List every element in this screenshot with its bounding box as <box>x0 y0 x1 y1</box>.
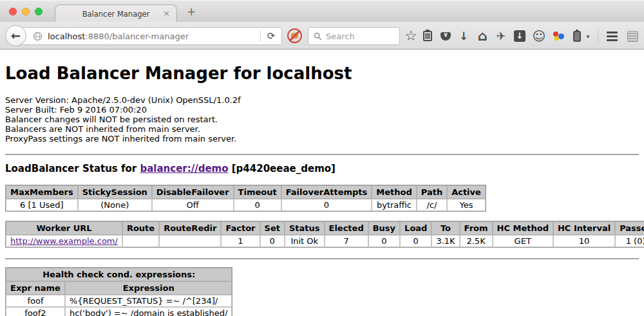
column-header: To <box>431 221 459 235</box>
downloads-icon[interactable]: ↓ <box>455 27 473 45</box>
table-cell: %{REQUEST_STATUS} =~ /^[234]/ <box>65 295 232 307</box>
table-cell: 0 <box>234 199 281 211</box>
search-bar[interactable] <box>308 27 400 45</box>
column-header: StickySession <box>78 185 152 199</box>
column-header: Expression <box>65 281 232 295</box>
color-picker-extension-icon[interactable] <box>549 27 567 45</box>
url-domain: localhost <box>48 32 85 41</box>
column-header: Timeout <box>234 185 281 199</box>
tab-title: Balancer Manager <box>82 10 150 19</box>
column-header: Worker URL <box>6 221 122 235</box>
download-extension-icon[interactable]: ↓ <box>511 27 529 45</box>
url-text[interactable]: localhost:8880/balancer-manager <box>48 32 260 41</box>
page-title: Load Balancer Manager for localhost <box>5 64 639 83</box>
search-icon <box>314 32 322 41</box>
table-cell: 1 <box>221 235 260 247</box>
column-header: MaxMembers <box>6 185 78 199</box>
table-header-row: Worker URL Route RouteRedir Factor Set S… <box>6 221 644 235</box>
tab-close-icon[interactable]: × <box>163 8 170 18</box>
table-cell: 0 <box>368 235 400 247</box>
navigation-toolbar: ← localhost:8880/balancer-manager ⟳ ☆ ↓ <box>0 22 644 50</box>
health-check-table: Health check cond. expressions: Expr nam… <box>5 267 232 316</box>
browser-chrome: Balancer Manager × + ← localhost:8880/ba… <box>0 0 644 50</box>
globe-icon <box>33 32 43 41</box>
column-header: HC Method <box>493 221 553 235</box>
server-built-line: Server Built: Feb 9 2016 07:00:20 <box>5 105 639 115</box>
table-cell: 0 <box>260 235 285 247</box>
heading-suffix: [p4420eeae_demo] <box>229 163 336 174</box>
table-cell: 6 [1 Used] <box>6 199 78 211</box>
new-tab-button[interactable]: + <box>187 5 196 18</box>
url-bar[interactable]: localhost:8880/balancer-manager ⟳ <box>18 27 282 45</box>
bookmarks-menu-icon[interactable] <box>419 27 437 45</box>
zoom-window-button[interactable] <box>35 8 43 15</box>
table-cell: 0 <box>400 235 431 247</box>
table-cell: 2.5K <box>460 235 493 247</box>
divider <box>5 258 639 259</box>
table-row: http://www.example.com/ 1 0 Init Ok 7 0 … <box>6 235 644 247</box>
column-header: Expr name <box>6 281 65 295</box>
emoji-extension-icon[interactable]: ☺ <box>530 27 548 45</box>
server-version-line: Server Version: Apache/2.5.0-dev (Unix) … <box>5 95 639 105</box>
table-header-row: Expr name Expression <box>6 281 232 295</box>
content-blocked-icon[interactable] <box>287 28 302 43</box>
toolbar-separator <box>598 30 598 42</box>
column-header: HC Interval <box>553 221 615 235</box>
page-content: Load Balancer Manager for localhost Serv… <box>0 50 644 316</box>
close-window-button[interactable] <box>9 8 17 15</box>
divider <box>5 154 639 155</box>
column-header: Route <box>122 221 159 235</box>
table-cell: 0 <box>281 199 372 211</box>
worker-table: Worker URL Route RouteRedir Factor Set S… <box>5 221 644 248</box>
table-row: foof %{REQUEST_STATUS} =~ /^[234]/ <box>6 295 232 307</box>
health-table-title: Health check cond. expressions: <box>6 268 232 281</box>
table-cell: foof <box>6 295 65 307</box>
table-cell: /c/ <box>417 199 447 211</box>
table-cell: hc('body') =~ /domain is established/ <box>65 307 232 316</box>
column-header: Path <box>417 185 447 199</box>
worker-url-link[interactable]: http://www.example.com/ <box>10 236 118 246</box>
overflow-caret-icon[interactable]: ▾ <box>583 27 593 45</box>
column-header: Elected <box>325 221 368 235</box>
tab-bar: Balancer Manager × + <box>0 0 644 22</box>
table-cell: Init Ok <box>285 235 325 247</box>
table-cell: GET <box>493 235 553 247</box>
column-header: Passes <box>615 221 644 235</box>
home-icon[interactable]: ⌂ <box>473 27 491 45</box>
search-input[interactable] <box>326 32 390 41</box>
sidebar-extension-icon[interactable] <box>623 27 641 45</box>
table-cell <box>159 235 221 247</box>
table-cell: (None) <box>78 199 152 211</box>
table-cell: Yes <box>447 199 486 211</box>
table-row: foof2 hc('body') =~ /domain is establish… <box>6 307 232 316</box>
column-header: Set <box>260 221 285 235</box>
proxypass-notice-line: ProxyPass settings are NOT inherited fro… <box>5 134 639 144</box>
table-cell: 7 <box>325 235 368 247</box>
bookmark-star-icon[interactable]: ☆ <box>402 27 420 45</box>
back-button[interactable]: ← <box>5 25 26 46</box>
table-header-row: Health check cond. expressions: <box>6 268 232 281</box>
column-header: DisableFailover <box>152 185 234 199</box>
column-header: Busy <box>368 221 400 235</box>
tab-balancer-manager[interactable]: Balancer Manager × <box>55 5 177 23</box>
table-cell: foof2 <box>6 307 65 316</box>
minimize-window-button[interactable] <box>22 8 30 15</box>
table-cell: bytraffic <box>372 199 416 211</box>
inherit-notice-line: Balancers are NOT inherited from main se… <box>5 124 639 134</box>
send-tab-icon[interactable]: ✈ <box>492 27 510 45</box>
column-header: From <box>460 221 493 235</box>
column-header: Method <box>372 185 416 199</box>
balancer-demo-link[interactable]: balancer://demo <box>140 163 228 174</box>
balancer-settings-table: MaxMembers StickySession DisableFailover… <box>5 185 486 212</box>
table-cell: Off <box>152 199 234 211</box>
persist-notice-line: Balancer changes will NOT be persisted o… <box>5 115 639 124</box>
pocket-icon[interactable] <box>437 27 455 45</box>
table-row: 6 [1 Used] (None) Off 0 0 bytraffic /c/ … <box>6 199 486 211</box>
table-cell: 1 (0) <box>615 235 644 247</box>
menu-hamburger-icon[interactable] <box>603 27 621 45</box>
column-header: FailoverAttempts <box>281 185 372 199</box>
column-header: Status <box>285 221 325 235</box>
balancer-status-heading: LoadBalancer Status for balancer://demo … <box>5 163 639 174</box>
reload-icon[interactable]: ⟳ <box>261 30 281 42</box>
table-cell: http://www.example.com/ <box>6 235 122 247</box>
